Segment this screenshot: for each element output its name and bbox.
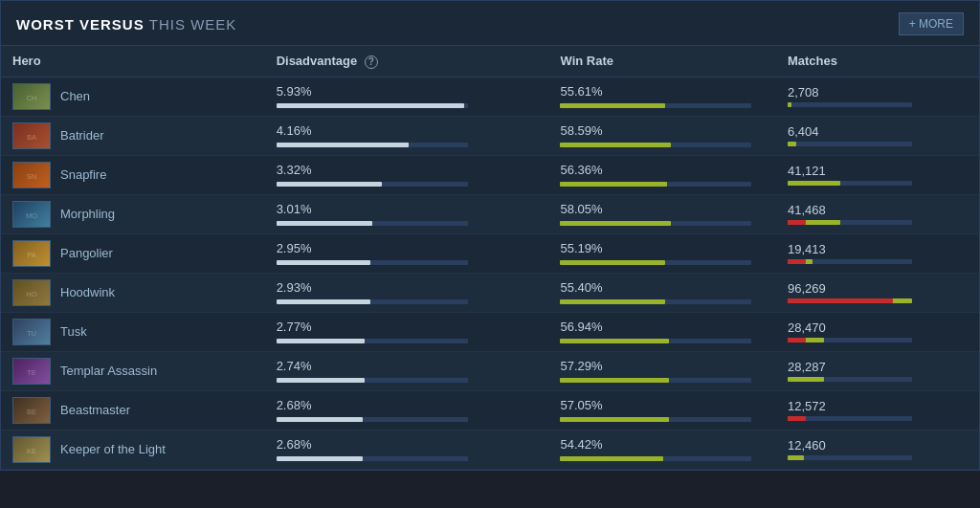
col-hero: Hero (1, 46, 265, 77)
matches-bar-track (788, 142, 912, 146)
disadvantage-help-icon[interactable]: ? (365, 55, 378, 69)
panel-title: WORST VERSUS THIS WEEK (16, 16, 236, 33)
matches-cell-tusk: 28,470 (776, 312, 979, 351)
table-row[interactable]: SN Snapfire 3.32% 56.36% 41,121 (1, 155, 979, 194)
winrate-value: 57.05% (560, 398, 764, 412)
hero-name: Tusk (60, 324, 87, 339)
hero-name: Hoodwink (60, 285, 115, 299)
matches-bar-track (788, 298, 912, 303)
disadvantage-bar-track (277, 103, 468, 108)
hero-avatar: BA (12, 122, 51, 149)
heroes-table: Hero Disadvantage ? Win Rate Matches (1, 46, 979, 470)
matches-cell-beastmaster: 12,572 (776, 390, 979, 430)
hero-cell-keeper-of-the-light: KE Keeper of the Light (1, 430, 265, 469)
svg-text:MO: MO (26, 210, 37, 219)
disadvantage-value: 2.77% (277, 320, 538, 334)
disadvantage-bar-track (277, 417, 468, 422)
winrate-cell-batrider: 58.59% (548, 116, 775, 155)
hero-cell-beastmaster: BE Beastmaster (1, 390, 265, 430)
winrate-value: 54.42% (560, 437, 764, 452)
svg-text:PA: PA (27, 250, 37, 258)
disadvantage-value: 3.01% (277, 202, 538, 216)
winrate-bar-fill (560, 260, 665, 265)
matches-value: 41,121 (788, 164, 968, 178)
table-row[interactable]: CH Chen 5.93% 55.61% 2,708 (1, 77, 979, 116)
winrate-cell-chen: 55.61% (548, 77, 775, 116)
hero-avatar: KE (12, 436, 51, 463)
winrate-value: 58.59% (560, 123, 764, 138)
table-row[interactable]: MO Morphling 3.01% 58.05% 41,468 (1, 194, 979, 233)
hero-avatar: TU (12, 319, 51, 345)
winrate-value: 55.61% (560, 84, 764, 99)
winrate-bar-track (560, 378, 751, 383)
disadvantage-bar-track (277, 143, 468, 147)
winrate-bar-fill (560, 378, 669, 383)
disadvantage-bar-fill (277, 299, 370, 304)
disadvantage-cell-hoodwink: 2.93% (265, 273, 549, 312)
hero-name: Morphling (60, 207, 115, 221)
table-row[interactable]: KE Keeper of the Light 2.68% 54.42% 12,4… (1, 430, 979, 469)
table-header-row: Hero Disadvantage ? Win Rate Matches (1, 46, 979, 77)
matches-bar-fill (788, 142, 796, 146)
hero-name: Snapfire (60, 167, 106, 182)
disadvantage-bar-track (277, 182, 468, 187)
disadvantage-cell-snapfire: 3.32% (265, 155, 549, 194)
hero-avatar: BE (12, 397, 51, 424)
disadvantage-cell-pangolier: 2.95% (265, 233, 549, 273)
table-row[interactable]: BE Beastmaster 2.68% 57.05% 12,572 (1, 390, 979, 430)
svg-text:BE: BE (27, 407, 36, 415)
winrate-bar-track (560, 221, 751, 226)
matches-cell-pangolier: 19,413 (776, 233, 979, 273)
disadvantage-cell-batrider: 4.16% (265, 116, 549, 155)
disadvantage-cell-keeper-of-the-light: 2.68% (265, 430, 549, 469)
disadvantage-value: 3.32% (277, 163, 538, 177)
col-disadvantage: Disadvantage ? (265, 46, 549, 77)
table-row[interactable]: HO Hoodwink 2.93% 55.40% 96,269 (1, 273, 979, 312)
matches-overflow-bar (788, 416, 807, 421)
table-row[interactable]: TE Templar Assassin 2.74% 57.29% 28,287 (1, 351, 979, 390)
col-winrate: Win Rate (548, 46, 775, 77)
winrate-bar-fill (560, 417, 669, 422)
matches-overflow-bar (788, 220, 807, 225)
matches-bar-fill (788, 455, 804, 460)
matches-value: 2,708 (788, 85, 968, 99)
table-row[interactable]: BA Batrider 4.16% 58.59% 6,404 (1, 116, 979, 155)
winrate-cell-templar-assassin: 57.29% (548, 351, 775, 390)
disadvantage-bar-fill (277, 339, 365, 343)
table-row[interactable]: TU Tusk 2.77% 56.94% 28,470 (1, 312, 979, 351)
matches-cell-keeper-of-the-light: 12,460 (776, 430, 979, 469)
matches-bar-track (788, 259, 912, 264)
hero-cell-morphling: MO Morphling (1, 194, 265, 233)
winrate-value: 56.36% (560, 163, 764, 177)
winrate-cell-morphling: 58.05% (548, 194, 775, 233)
winrate-bar-fill (560, 456, 663, 461)
winrate-bar-track (560, 143, 751, 147)
disadvantage-bar-track (277, 260, 468, 265)
panel-header: WORST VERSUS THIS WEEK + MORE (1, 1, 979, 46)
winrate-bar-fill (560, 103, 665, 108)
disadvantage-bar-fill (277, 417, 363, 422)
matches-bar-fill (788, 102, 791, 107)
more-button[interactable]: + MORE (899, 12, 964, 35)
hero-cell-snapfire: SN Snapfire (1, 155, 265, 194)
matches-bar-track (788, 220, 912, 225)
winrate-bar-track (560, 260, 751, 265)
winrate-value: 55.19% (560, 241, 764, 255)
table-row[interactable]: PA Pangolier 2.95% 55.19% 19,413 (1, 233, 979, 273)
winrate-bar-fill (560, 143, 671, 147)
winrate-bar-track (560, 182, 751, 187)
matches-bar-track (788, 102, 912, 107)
disadvantage-cell-chen: 5.93% (265, 77, 549, 116)
matches-cell-snapfire: 41,121 (776, 155, 979, 194)
winrate-bar-fill (560, 221, 671, 226)
disadvantage-cell-templar-assassin: 2.74% (265, 351, 549, 390)
winrate-value: 58.05% (560, 202, 764, 216)
matches-cell-chen: 2,708 (776, 77, 979, 116)
winrate-cell-pangolier: 55.19% (548, 233, 775, 273)
matches-value: 41,468 (788, 203, 968, 217)
matches-value: 96,269 (788, 281, 968, 296)
worst-versus-panel: WORST VERSUS THIS WEEK + MORE Hero Disad… (0, 0, 980, 471)
winrate-bar-track (560, 299, 751, 304)
disadvantage-bar-fill (277, 103, 464, 108)
winrate-value: 56.94% (560, 320, 764, 334)
